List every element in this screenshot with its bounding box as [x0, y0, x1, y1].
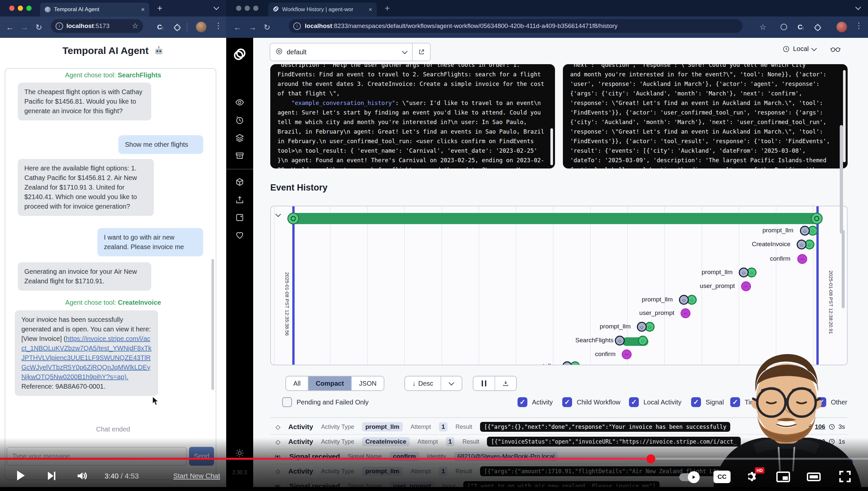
next-button[interactable] — [46, 470, 57, 482]
collapse-timeline-chevron-icon[interactable] — [276, 211, 281, 217]
code-scrollbar[interactable] — [550, 128, 553, 165]
back-icon[interactable]: ← — [234, 23, 241, 31]
activity-scheduled-marker[interactable] — [797, 239, 807, 250]
activity-scheduled-marker[interactable] — [562, 362, 572, 365]
page-scrollbar[interactable] — [840, 125, 843, 234]
view-json-button[interactable]: JSON — [351, 376, 384, 390]
close-tab-icon[interactable]: × — [141, 6, 145, 13]
activity-completed-marker[interactable] — [570, 362, 580, 365]
extension-c-icon[interactable]: C: — [798, 23, 803, 31]
workflow-execution-bar[interactable] — [293, 213, 819, 224]
extensions-puzzle-icon[interactable] — [814, 24, 821, 32]
address-bar[interactable]: i localhost:5173 ☆ — [51, 19, 143, 33]
miniplayer-button[interactable] — [776, 470, 790, 483]
zoom-window-button[interactable] — [253, 6, 258, 11]
forward-icon[interactable]: → — [20, 23, 28, 31]
nav-schedules-icon[interactable] — [235, 116, 244, 126]
activity-scheduled-marker[interactable] — [739, 267, 749, 278]
theater-mode-button[interactable] — [806, 470, 821, 483]
forward-icon[interactable]: → — [249, 23, 256, 31]
extension-c-icon[interactable]: C: — [157, 23, 163, 31]
view-all-button[interactable]: All — [286, 376, 308, 390]
close-tab-icon[interactable]: × — [369, 6, 372, 13]
signal-marker[interactable] — [797, 254, 807, 264]
url-host: localhost — [66, 22, 94, 29]
namespace-open-button[interactable] — [413, 43, 431, 61]
left-browser-window: Temporal AI Agent × + ← → ↻ i localhost:… — [0, 0, 226, 491]
menu-kebab-icon[interactable]: ⋮ — [214, 21, 222, 30]
download-history-button[interactable] — [495, 376, 516, 390]
temporal-logo[interactable] — [233, 48, 246, 62]
timeline-scrollbar[interactable] — [842, 230, 845, 308]
profile-avatar[interactable] — [196, 22, 207, 32]
nav-archive-icon[interactable] — [235, 151, 244, 162]
pause-button[interactable] — [473, 376, 495, 390]
extension-circle-icon[interactable] — [780, 24, 787, 30]
result-payload-panel[interactable]: 'next': 'question', 'response': \"Sure! … — [563, 64, 848, 169]
address-bar[interactable]: i localhost:8233/namespaces/default/work… — [289, 19, 742, 33]
chat-scrollbar[interactable] — [211, 259, 214, 390]
nav-import-icon[interactable] — [235, 195, 244, 206]
filter-activity-label: Activity — [532, 399, 553, 406]
back-icon[interactable]: ← — [6, 23, 14, 31]
player-scrubber-dot[interactable] — [646, 455, 655, 463]
volume-icon[interactable] — [76, 470, 89, 482]
filter-activity-checkbox[interactable] — [518, 397, 527, 407]
nav-codec-icon[interactable] — [235, 213, 244, 224]
reload-icon[interactable]: ↻ — [35, 23, 42, 31]
filter-child-workflow-checkbox[interactable] — [562, 397, 572, 407]
start-new-chat-link[interactable]: Start New Chat — [173, 472, 220, 480]
nav-stack-icon[interactable] — [235, 133, 244, 144]
bookmark-star-icon[interactable]: ☆ — [132, 22, 138, 30]
signal-marker[interactable] — [622, 349, 631, 359]
site-info-icon[interactable]: i — [56, 22, 63, 30]
close-window-button[interactable] — [236, 6, 241, 11]
activity-scheduled-marker[interactable] — [800, 226, 810, 236]
data-encoder-glasses-icon[interactable] — [831, 45, 840, 54]
code-key: "example_conversation_history" — [291, 100, 395, 106]
autoplay-toggle[interactable] — [679, 473, 699, 481]
pending-failed-checkbox[interactable] — [282, 397, 292, 407]
view-compact-button[interactable]: Compact — [308, 376, 351, 390]
sort-desc-button[interactable]: ↓Desc — [405, 376, 441, 390]
fullscreen-button[interactable] — [838, 470, 852, 483]
play-button[interactable] — [14, 469, 27, 483]
tab-temporal-ai-agent[interactable]: Temporal AI Agent × — [40, 3, 149, 17]
timeline-row-label: user_prompt — [639, 309, 674, 317]
activity-scheduled-marker[interactable] — [679, 295, 689, 305]
activity-completed-marker[interactable] — [638, 336, 648, 346]
minimize-window-button[interactable] — [18, 6, 23, 11]
site-info-icon[interactable]: i — [293, 22, 301, 30]
timezone-select[interactable]: Local — [782, 45, 816, 53]
activity-scheduled-marker[interactable] — [615, 336, 625, 346]
new-tab-button[interactable]: + — [157, 3, 162, 13]
input-payload-panel[interactable]: "description": "Help the user gather arg… — [270, 64, 555, 169]
nav-workflows-icon[interactable] — [235, 98, 244, 108]
profile-avatar[interactable] — [836, 22, 847, 32]
new-tab-button[interactable]: + — [385, 3, 390, 13]
nav-divider — [226, 169, 253, 170]
menu-kebab-icon[interactable]: ⋮ — [855, 21, 863, 30]
activity-scheduled-marker[interactable] — [637, 322, 647, 332]
zoom-window-button[interactable] — [26, 6, 32, 11]
code-scrollbar[interactable] — [843, 70, 846, 162]
minimize-window-button[interactable] — [245, 6, 250, 11]
filter-signal-checkbox[interactable] — [691, 397, 701, 407]
signal-marker[interactable] — [681, 308, 690, 318]
tab-workflow-history[interactable]: Workflow History | agent-wor × — [268, 3, 377, 17]
workflow-start-marker[interactable] — [287, 212, 299, 225]
reload-icon[interactable]: ↻ — [264, 23, 270, 31]
tab-overview-chevron-icon[interactable] — [214, 5, 219, 10]
bookmark-star-icon[interactable]: ☆ — [760, 23, 766, 32]
captions-button[interactable]: CC — [713, 470, 731, 483]
signal-marker[interactable] — [741, 281, 751, 291]
nav-feedback-heart-icon[interactable] — [235, 231, 244, 241]
workflow-end-marker[interactable] — [811, 212, 823, 225]
nav-deployments-icon[interactable] — [235, 177, 244, 188]
tab-overview-chevron-icon[interactable] — [856, 5, 861, 10]
sort-chevron-button[interactable] — [441, 376, 462, 390]
close-window-button[interactable] — [9, 6, 14, 11]
filter-local-activity-checkbox[interactable] — [629, 397, 639, 407]
extensions-puzzle-icon[interactable] — [174, 24, 181, 32]
namespace-select[interactable]: default — [270, 43, 413, 61]
